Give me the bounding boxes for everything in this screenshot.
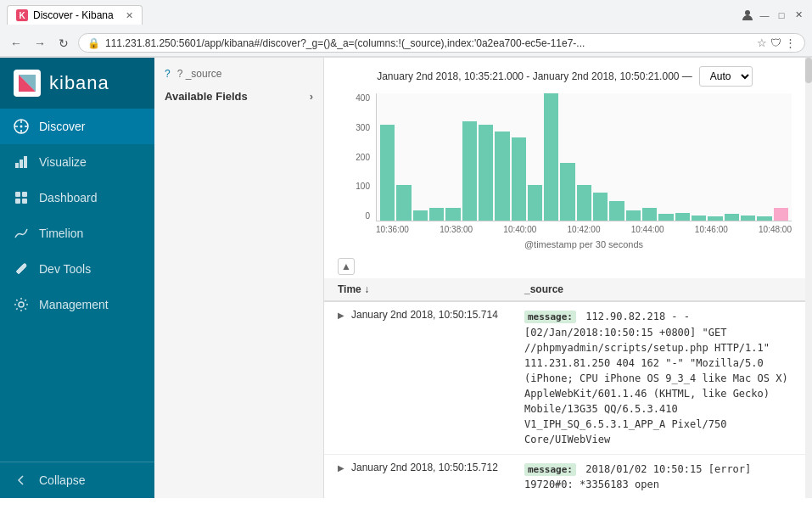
bookmark-icon[interactable]: ☆ [757, 36, 767, 49]
y-label-400: 400 [356, 93, 370, 103]
sidebar-logo: kibana [0, 58, 154, 109]
url-display: 111.231.81.250:5601/app/kibana#/discover… [105, 37, 752, 49]
histogram-bar [429, 208, 444, 221]
histogram-bar [380, 125, 395, 221]
svg-point-19 [19, 302, 24, 307]
histogram-bar [626, 210, 641, 221]
sidebar-item-devtools[interactable]: Dev Tools [0, 251, 154, 287]
main-content: ? ? _source Available Fields › January 2… [154, 58, 812, 498]
svg-rect-12 [15, 163, 19, 168]
scrollbar-thumb[interactable] [805, 58, 812, 83]
tab-title: Discover - Kibana [33, 9, 114, 21]
row-time: January 2nd 2018, 10:50:15.712 [351, 462, 524, 473]
back-button[interactable]: ← [7, 34, 25, 53]
y-label-0: 0 [365, 211, 370, 221]
timelion-icon [14, 226, 29, 241]
gear-icon [14, 297, 29, 312]
question-mark-icon: ? [165, 68, 171, 80]
source-label: ? _source [177, 68, 222, 80]
x-label-4: 10:42:00 [568, 225, 601, 234]
histogram-bar [757, 216, 771, 221]
source-field: ? ? _source [154, 64, 323, 83]
table-header: Time ↓ _source [324, 278, 805, 302]
expand-icon[interactable]: › [310, 90, 313, 103]
x-label-5: 10:44:00 [631, 225, 664, 234]
histogram-bar [725, 214, 739, 221]
shield-icon[interactable]: 🛡 [770, 36, 781, 49]
histogram-bar [593, 193, 608, 221]
svg-rect-13 [20, 160, 23, 168]
chart-x-label: @timestamp per 30 seconds [376, 239, 792, 249]
histogram-bar [642, 208, 657, 221]
sidebar-collapse-button[interactable]: Collapse [0, 462, 154, 498]
row-source: message: 112.90.82.218 - - [02/Jan/2018:… [524, 309, 792, 447]
histogram-bar [692, 216, 706, 221]
tab-close-button[interactable]: ✕ [126, 10, 133, 21]
kibana-brand-text: kibana [49, 72, 109, 94]
browser-title-bar: K Discover - Kibana ✕ — □ ✕ [0, 0, 812, 30]
compass-icon [14, 119, 29, 134]
collapse-label: Collapse [39, 473, 85, 487]
histogram-bar [560, 163, 574, 221]
time-range-text: January 2nd 2018, 10:35:21.000 - January… [377, 70, 692, 82]
browser-tab[interactable]: K Discover - Kibana ✕ [7, 5, 143, 25]
x-label-2: 10:38:00 [440, 225, 473, 234]
bar-chart-icon [14, 154, 29, 170]
tab-favicon: K [16, 9, 28, 21]
svg-rect-15 [15, 192, 20, 197]
sidebar-label-management: Management [39, 298, 109, 311]
svg-rect-18 [22, 199, 27, 204]
svg-rect-16 [22, 192, 27, 197]
scrollbar[interactable] [805, 58, 812, 498]
histogram-bar [577, 185, 591, 221]
histogram-bar [413, 210, 428, 221]
time-range-bar: January 2nd 2018, 10:35:21.000 - January… [338, 66, 792, 87]
chart-section: January 2nd 2018, 10:35:21.000 - January… [324, 58, 805, 255]
histogram-bar [708, 216, 722, 221]
kibana-logo-icon [14, 70, 41, 97]
table-row: ▶ January 2nd 2018, 10:50:15.712 message… [324, 455, 805, 499]
app-layout: kibana Discover Visualize [0, 58, 812, 498]
row-source: message: 2018/01/02 10:50:15 [error] 197… [524, 462, 792, 493]
sidebar-label-visualize: Visualize [39, 155, 87, 169]
menu-icon[interactable]: ⋮ [785, 36, 796, 49]
message-badge: message: [524, 463, 576, 476]
maximize-button[interactable]: □ [775, 8, 788, 22]
table-row: ▶ January 2nd 2018, 10:50:15.714 message… [324, 302, 805, 455]
address-icons: ☆ 🛡 ⋮ [757, 36, 796, 49]
histogram-bar [479, 125, 493, 221]
sidebar-item-discover[interactable]: Discover [0, 109, 154, 144]
source-header-label: _source [524, 283, 563, 295]
sidebar-nav: Discover Visualize Dashboard [0, 109, 154, 462]
row-expand-button[interactable]: ▶ [338, 462, 351, 473]
results-table: Time ↓ _source ▶ January 2nd 2018, 10:50… [324, 278, 805, 498]
chart-bars [376, 93, 792, 221]
x-label-1: 10:36:00 [376, 225, 409, 234]
histogram: 400 300 200 100 0 10:36:00 [338, 93, 792, 246]
sidebar-label-discover: Discover [39, 120, 85, 133]
address-bar[interactable]: 🔒 111.231.81.250:5601/app/kibana#/discov… [78, 33, 805, 53]
sidebar-item-timelion[interactable]: Timelion [0, 216, 154, 251]
svg-point-7 [20, 126, 23, 128]
histogram-bar [741, 216, 755, 221]
refresh-button[interactable]: ↻ [54, 34, 73, 53]
scroll-indicator: ▲ [324, 255, 805, 278]
row-expand-button[interactable]: ▶ [338, 309, 351, 320]
y-label-200: 200 [356, 153, 370, 162]
histogram-bar [658, 214, 673, 221]
minimize-button[interactable]: — [758, 8, 771, 22]
sidebar-item-visualize[interactable]: Visualize [0, 144, 154, 180]
sidebar-item-dashboard[interactable]: Dashboard [0, 180, 154, 216]
auto-interval-select[interactable]: Auto [699, 66, 753, 87]
scroll-up-button[interactable]: ▲ [338, 258, 355, 275]
source-column-header: _source [524, 283, 792, 295]
y-label-100: 100 [356, 182, 370, 191]
window-controls: — □ ✕ [741, 8, 805, 22]
x-axis: 10:36:00 10:38:00 10:40:00 10:42:00 10:4… [376, 221, 792, 238]
forward-button[interactable]: → [31, 34, 49, 53]
close-button[interactable]: ✕ [792, 8, 805, 22]
content-area: January 2nd 2018, 10:35:21.000 - January… [324, 58, 805, 498]
svg-rect-14 [24, 156, 27, 168]
user-icon[interactable] [741, 8, 754, 22]
sidebar-item-management[interactable]: Management [0, 287, 154, 322]
